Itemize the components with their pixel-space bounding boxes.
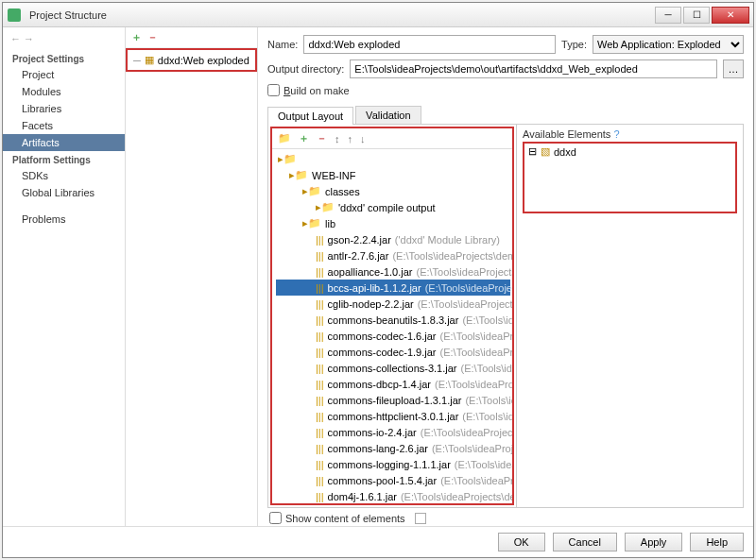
tree-row[interactable]: |||commons-codec-1.9.jar (E:\Tools\ideaP… [276,344,510,360]
tree-row[interactable]: |||dom4j-1.6.1.jar (E:\Tools\ideaProject… [276,488,510,503]
tab-validation[interactable]: Validation [355,106,421,124]
tree-remove-icon[interactable]: － [317,131,327,145]
ok-button[interactable]: OK [498,533,545,552]
tree-item-hint: (E:\Tools\ideaProjects\demo\ [425,282,512,294]
folder-icon: ▸📁 [302,217,321,229]
jar-icon: ||| [316,331,324,342]
tree-item-hint: (E:\Tools\ideaProjects\demo\c [416,266,512,278]
tree-row[interactable]: |||commons-beanutils-1.8.3.jar (E:\Tools… [276,312,510,328]
tree-row[interactable]: |||antlr-2.7.6.jar (E:\Tools\ideaProject… [276,247,510,263]
tree-row[interactable]: |||commons-collections-3.1.jar (E:\Tools… [276,360,510,376]
jar-icon: ||| [316,427,324,438]
tree-item-hint: (E:\Tools\ideaProjects\de [440,475,512,486]
tree-item-hint: (E:\Tools\ideaProjects\dem [435,379,512,390]
tree-row[interactable]: |||commons-fileupload-1.3.1.jar (E:\Tool… [276,392,510,408]
help-button[interactable]: Help [690,533,744,552]
tree-down-icon[interactable]: ↓ [360,133,366,144]
tree-item-label: lib [325,218,335,229]
remove-artifact-icon[interactable]: － [147,30,158,44]
tree-add-icon[interactable]: ＋ [299,131,309,145]
build-on-make-label: BBuild on makeuild on make [284,85,350,96]
jar-icon: ||| [316,347,324,358]
available-header: Available Elements [523,128,610,140]
name-input[interactable] [303,35,556,54]
jar-icon: ||| [316,459,324,470]
show-content-checkbox[interactable] [269,512,282,524]
sidebar-item-artifacts[interactable]: Artifacts [3,134,125,151]
sidebar-item-libraries[interactable]: Libraries [3,100,125,117]
available-item[interactable]: ⊟ ▧ ddxd [528,145,731,158]
show-content-toggle-icon[interactable] [415,513,426,524]
tree-row[interactable]: |||commons-httpclient-3.0.1.jar (E:\Tool… [276,408,510,424]
tree-row[interactable]: |||cglib-nodep-2.2.jar (E:\Tools\ideaPro… [276,296,510,312]
name-label: Name: [267,39,298,50]
tree-row[interactable]: |||commons-pool-1.5.4.jar (E:\Tools\idea… [276,472,510,488]
sidebar-item-modules[interactable]: Modules [3,83,125,100]
tree-item-hint: (E:\Tools\ideaProjects\demo\d [418,298,512,310]
tree-row[interactable]: |||bccs-api-lib-1.1.2.jar (E:\Tools\idea… [276,280,510,296]
tree-item-hint: (E:\Tools\ideaProjec [465,395,512,406]
tree-item-label: commons-pool-1.5.4.jar [328,475,438,486]
tree-up-icon[interactable]: ↑ [348,133,353,144]
tree-row[interactable]: ▸📁'ddxd' compile output [276,199,510,215]
artifact-list-item[interactable]: ─ ▦ ddxd:Web exploded [126,48,257,72]
sidebar-section-platform: Platform Settings [3,151,125,167]
tree-item-label: aopalliance-1.0.jar [328,266,413,278]
sidebar-item-facets[interactable]: Facets [3,117,125,134]
tree-item-hint: (E:\Tools\ideaProjects\demo\c [421,427,512,438]
tree-row[interactable]: ▸📁lib [276,215,510,231]
tree-item-label: commons-lang-2.6.jar [328,443,428,454]
tree-row[interactable]: |||commons-dbcp-1.4.jar (E:\Tools\ideaPr… [276,376,510,392]
output-tree-toolbar: 📁 ＋ － ↕ ↑ ↓ [272,128,512,149]
tree-row[interactable]: |||commons-io-2.4.jar (E:\Tools\ideaProj… [276,424,510,440]
type-label: Type: [561,39,587,50]
sidebar-item-project[interactable]: Project [3,66,125,83]
jar-icon: ||| [316,282,324,294]
tree-item-hint: (E:\Tools\ideaProjects\der [440,331,512,342]
tree-item-label: commons-codec-1.6.jar [328,331,437,342]
browse-button[interactable]: … [723,59,744,78]
sidebar-item-sdks[interactable]: SDKs [3,167,125,184]
sidebar-toolbar: ← → [3,31,125,50]
tree-row[interactable]: |||commons-lang-2.6.jar (E:\Tools\ideaPr… [276,440,510,456]
maximize-button[interactable]: ☐ [683,7,710,24]
add-artifact-icon[interactable]: ＋ [131,30,142,44]
tree-item-label: bccs-api-lib-1.1.2.jar [328,282,421,294]
sidebar-item-global-libraries[interactable]: Global Libraries [3,184,125,201]
tree-row[interactable]: |||commons-codec-1.6.jar (E:\Tools\ideaP… [276,328,510,344]
new-folder-icon[interactable]: 📁 [278,132,291,144]
apply-button[interactable]: Apply [625,533,683,552]
sidebar-item-problems[interactable]: Problems [3,211,125,228]
tree-row[interactable]: ▸📁classes [276,183,510,199]
help-icon[interactable]: ? [613,128,619,140]
tree-item-label: antlr-2.7.6.jar [328,250,389,262]
sidebar-section-project: Project Settings [3,50,125,66]
jar-icon: ||| [316,266,324,278]
outdir-label: Output directory: [267,63,344,75]
tree-sort-icon[interactable]: ↕ [335,133,340,144]
compile-output-icon: ▸📁 [316,201,335,213]
tree-row[interactable]: ▸📁WEB-INF [276,167,510,183]
tree-row[interactable]: ▸📁 [276,151,510,167]
tabs: Output Layout Validation [267,106,744,125]
tree-item-hint: (E:\Tools\ideaProjec [462,411,512,422]
build-on-make-checkbox[interactable] [267,84,280,96]
project-structure-window: Project Structure ─ ☐ ✕ ← → Project Sett… [2,2,754,558]
type-select[interactable]: Web Application: Exploded [593,35,744,54]
jar-icon: ||| [316,379,324,390]
available-elements-pane: Available Elements ? ⊟ ▧ ddxd [516,125,743,507]
titlebar[interactable]: Project Structure ─ ☐ ✕ [3,3,753,27]
tree-row[interactable]: |||commons-logging-1.1.1.jar (E:\Tools\i… [276,456,510,472]
tab-output-layout[interactable]: Output Layout [267,107,353,125]
tree-item-hint: (E:\Tools\ideaProject [461,363,512,374]
cancel-button[interactable]: Cancel [553,533,617,552]
output-tree[interactable]: ▸📁▸📁WEB-INF▸📁classes▸📁'ddxd' compile out… [272,149,512,503]
module-icon: ▧ [541,145,550,158]
tree-row[interactable]: |||gson-2.2.4.jar ('ddxd' Module Library… [276,231,510,247]
artifact-label: ddxd:Web exploded [158,55,249,66]
tree-row[interactable]: |||aopalliance-1.0.jar (E:\Tools\ideaPro… [276,263,510,280]
app-icon [7,8,22,23]
minimize-button[interactable]: ─ [655,7,681,24]
close-button[interactable]: ✕ [712,7,749,24]
outdir-input[interactable] [350,59,717,78]
